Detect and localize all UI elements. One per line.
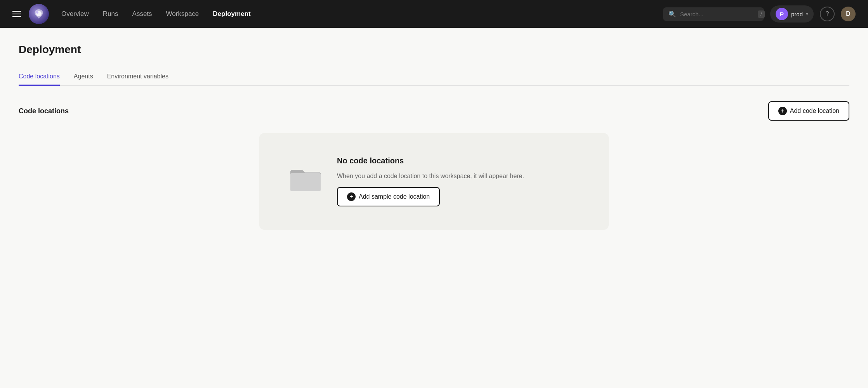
nav-runs[interactable]: Runs	[103, 10, 118, 18]
nav-links: Overview Runs Assets Workspace Deploymen…	[61, 10, 663, 18]
add-code-location-label: Add code location	[790, 107, 839, 114]
svg-rect-4	[290, 173, 321, 191]
nav-deployment[interactable]: Deployment	[213, 10, 250, 18]
tab-environment-variables[interactable]: Environment variables	[107, 68, 168, 86]
svg-point-2	[36, 11, 38, 14]
search-input[interactable]	[680, 11, 754, 17]
workspace-selector[interactable]: P prod ▾	[770, 5, 814, 23]
add-sample-code-location-button[interactable]: + Add sample code location	[337, 187, 440, 206]
search-shortcut: /	[758, 10, 765, 18]
page-title: Deployment	[19, 43, 849, 56]
nav-workspace[interactable]: Workspace	[166, 10, 199, 18]
tab-agents[interactable]: Agents	[74, 68, 93, 86]
help-icon[interactable]: ?	[820, 7, 835, 21]
logo	[29, 4, 49, 24]
user-avatar[interactable]: D	[841, 7, 856, 21]
section-header: Code locations + Add code location	[19, 86, 849, 133]
tabs: Code locations Agents Environment variab…	[19, 68, 849, 86]
menu-icon[interactable]	[12, 11, 21, 17]
empty-state-card: No code locations When you add a code lo…	[259, 133, 609, 230]
nav-assets[interactable]: Assets	[132, 10, 152, 18]
nav-right: 🔍 / P prod ▾ ? D	[663, 5, 856, 23]
nav-overview[interactable]: Overview	[61, 10, 89, 18]
search-icon: 🔍	[668, 10, 676, 18]
plus-circle-icon: +	[347, 192, 356, 201]
add-sample-label: Add sample code location	[359, 193, 430, 200]
add-code-location-button[interactable]: + Add code location	[768, 101, 849, 121]
workspace-avatar: P	[776, 8, 788, 20]
folder-icon	[290, 165, 321, 198]
top-navigation: Overview Runs Assets Workspace Deploymen…	[0, 0, 868, 28]
plus-icon: +	[778, 107, 787, 115]
tab-code-locations[interactable]: Code locations	[19, 68, 60, 86]
main-content: Deployment Code locations Agents Environ…	[0, 28, 868, 245]
code-locations-section-title: Code locations	[19, 107, 69, 115]
empty-state-description: When you add a code location to this wor…	[337, 171, 524, 181]
empty-state-title: No code locations	[337, 156, 524, 165]
empty-state-content: No code locations When you add a code lo…	[337, 156, 524, 206]
chevron-down-icon: ▾	[806, 11, 808, 17]
search-bar[interactable]: 🔍 /	[663, 7, 764, 21]
workspace-name: prod	[791, 11, 803, 17]
